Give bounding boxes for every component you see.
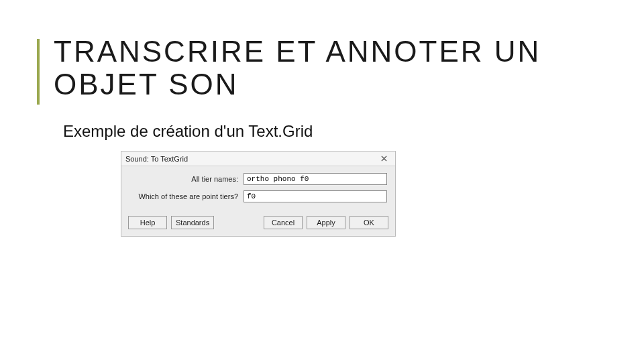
point-tiers-label: Which of these are point tiers? xyxy=(129,192,244,200)
ok-button[interactable]: OK xyxy=(350,216,388,229)
tier-names-input[interactable] xyxy=(244,173,387,185)
apply-button[interactable]: Apply xyxy=(307,216,345,229)
button-spacer xyxy=(218,216,260,229)
dialog-screenshot: Sound: To TextGrid All tier names: Which… xyxy=(121,151,396,237)
slide-subtitle: Exemple de création d'un Text.Grid xyxy=(63,122,313,141)
dialog-titlebar: Sound: To TextGrid xyxy=(121,152,395,166)
close-icon[interactable] xyxy=(376,153,391,165)
point-tiers-input[interactable] xyxy=(244,190,387,202)
dialog-body: All tier names: Which of these are point… xyxy=(121,166,395,212)
point-tiers-row: Which of these are point tiers? xyxy=(129,190,387,202)
slide-title: TRANSCRIRE ET ANNOTER UN OBJET SON xyxy=(54,35,644,101)
textgrid-dialog: Sound: To TextGrid All tier names: Which… xyxy=(121,151,396,237)
standards-button[interactable]: Standards xyxy=(171,216,214,229)
tier-names-row: All tier names: xyxy=(129,173,387,185)
dialog-button-row: Help Standards Cancel Apply OK xyxy=(121,212,395,236)
tier-names-label: All tier names: xyxy=(129,175,244,183)
dialog-title: Sound: To TextGrid xyxy=(125,155,188,163)
cancel-button[interactable]: Cancel xyxy=(264,216,303,229)
help-button[interactable]: Help xyxy=(128,216,167,229)
title-accent-bar xyxy=(37,39,40,105)
slide: TRANSCRIRE ET ANNOTER UN OBJET SON Exemp… xyxy=(0,0,644,362)
